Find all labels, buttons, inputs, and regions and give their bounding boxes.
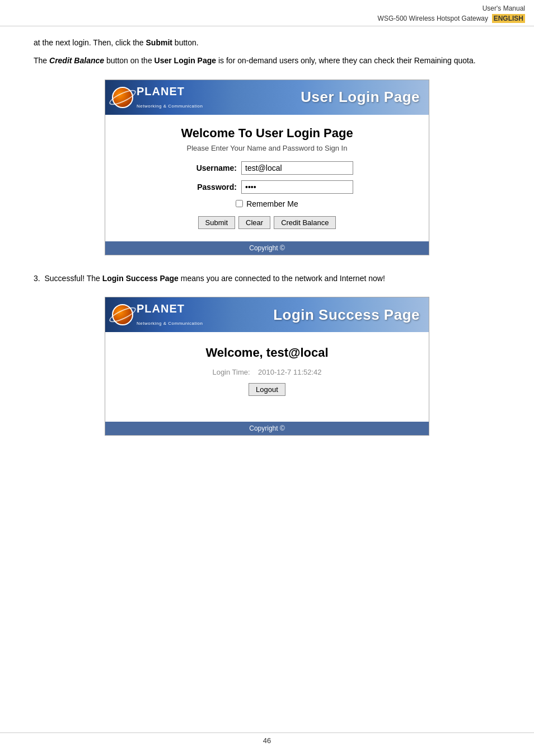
language-badge: ENGLISH bbox=[492, 14, 525, 23]
login-panel-body: Welcome To User Login Page Please Enter … bbox=[105, 115, 429, 241]
planet-brand-name-2: PLANET Networking & Communication bbox=[137, 302, 203, 327]
username-input[interactable] bbox=[241, 161, 353, 175]
success-welcome-msg: Welcome, test@local bbox=[122, 346, 412, 360]
login-time-label: Login Time: bbox=[212, 368, 250, 376]
planet-ring-icon bbox=[107, 87, 138, 108]
credit-balance-button[interactable]: Credit Balance bbox=[274, 216, 336, 229]
remember-me-row: Remember Me bbox=[122, 199, 412, 208]
planet-sub-text: Networking & Communication bbox=[137, 104, 203, 109]
remember-me-label: Remember Me bbox=[246, 199, 298, 208]
planet-ring-icon-2 bbox=[107, 305, 138, 325]
intro-paragraph: at the next login. Then, click the Submi… bbox=[34, 36, 500, 49]
manual-title: User's Manual bbox=[483, 4, 525, 12]
login-time-value: 2010-12-7 11:52:42 bbox=[258, 368, 321, 376]
planet-brand-name: PLANET Networking & Communication bbox=[137, 85, 203, 110]
logout-button-row: Logout bbox=[122, 383, 412, 396]
login-button-row: Submit Clear Credit Balance bbox=[122, 216, 412, 229]
credit-balance-label: Credit Balance bbox=[49, 56, 104, 65]
user-login-panel: PLANET Networking & Communication User L… bbox=[105, 80, 429, 255]
planet-sphere-icon-2 bbox=[112, 304, 133, 325]
planet-name-text: PLANET bbox=[137, 85, 185, 97]
login-welcome-sub: Please Enter Your Name and Password to S… bbox=[122, 144, 412, 152]
step3-number: 3. bbox=[34, 274, 40, 283]
page-header: User's Manual WSG-500 Wireless Hotspot G… bbox=[0, 0, 534, 26]
product-title: WSG-500 Wireless Hotspot Gateway bbox=[378, 15, 488, 22]
intro-line2-mid: button on the bbox=[104, 56, 154, 65]
step3-paragraph: 3. Successful! The Login Success Page me… bbox=[34, 272, 500, 284]
planet-name-text-2: PLANET bbox=[137, 302, 185, 315]
logout-button[interactable]: Logout bbox=[249, 383, 285, 396]
submit-button[interactable]: Submit bbox=[198, 216, 235, 229]
login-success-page-label: Login Success Page bbox=[102, 274, 179, 283]
main-content: at the next login. Then, click the Submi… bbox=[0, 26, 534, 452]
intro-line1-start: at the next login. Then, click the bbox=[34, 38, 146, 47]
submit-bold: Submit bbox=[146, 38, 172, 47]
planet-logo: PLANET Networking & Communication bbox=[105, 82, 209, 113]
username-label: Username: bbox=[181, 164, 237, 172]
login-panel-footer: Copyright © bbox=[105, 241, 429, 255]
login-panel-title: User Login Page bbox=[209, 88, 429, 106]
password-row: Password: bbox=[122, 180, 412, 194]
login-welcome-title: Welcome To User Login Page bbox=[122, 126, 412, 141]
login-success-panel: PLANET Networking & Communication Login … bbox=[105, 297, 429, 436]
intro-line1-end: button. bbox=[172, 38, 199, 47]
planet-logo-2: PLANET Networking & Communication bbox=[105, 299, 209, 330]
remember-me-checkbox[interactable] bbox=[236, 200, 243, 207]
step3-text-end: means you are connected to the network a… bbox=[179, 274, 385, 283]
login-panel-header: PLANET Networking & Communication User L… bbox=[105, 80, 429, 115]
planet-sub-text-2: Networking & Communication bbox=[137, 321, 203, 326]
username-row: Username: bbox=[122, 161, 412, 175]
intro-line2-end: is for on-demand users only, where they … bbox=[216, 56, 476, 65]
intro-paragraph2: The Credit Balance button on the User Lo… bbox=[34, 54, 500, 67]
success-panel-footer: Copyright © bbox=[105, 422, 429, 435]
planet-sphere-icon bbox=[112, 87, 133, 108]
password-input[interactable] bbox=[241, 180, 353, 194]
user-login-page-label: User Login Page bbox=[154, 56, 216, 65]
login-time-row: Login Time: 2010-12-7 11:52:42 bbox=[122, 368, 412, 376]
success-panel-title: Login Success Page bbox=[209, 306, 429, 324]
password-label: Password: bbox=[181, 183, 237, 192]
step3-text-start: Successful! The bbox=[44, 274, 102, 283]
clear-button[interactable]: Clear bbox=[238, 216, 270, 229]
page-footer: 46 bbox=[0, 732, 534, 745]
success-panel-header: PLANET Networking & Communication Login … bbox=[105, 297, 429, 332]
page-number: 46 bbox=[263, 736, 271, 745]
success-panel-body: Welcome, test@local Login Time: 2010-12-… bbox=[105, 332, 429, 422]
intro-line2-start: The bbox=[34, 56, 49, 65]
